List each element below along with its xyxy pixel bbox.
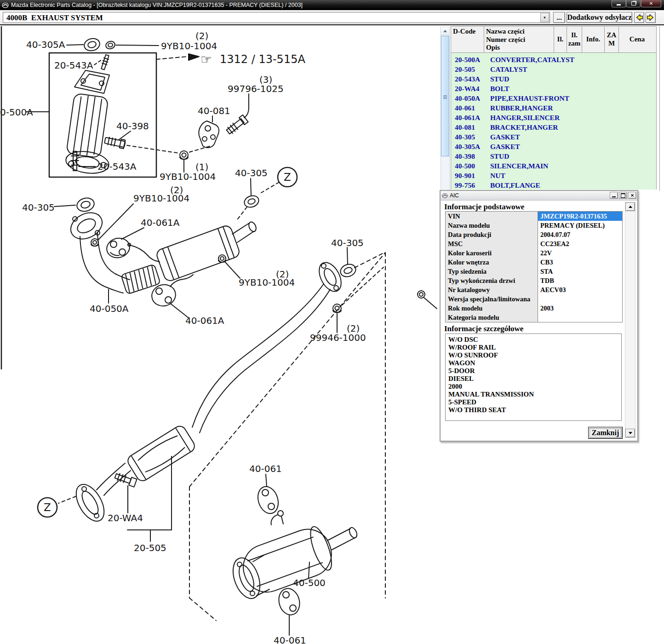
part-code: 40-398 xyxy=(451,152,490,161)
info-label: Typ siedzenia xyxy=(446,267,538,276)
diagram-label[interactable]: (2) xyxy=(195,30,208,41)
diagram-label[interactable]: 9YB10-1004 xyxy=(161,40,217,52)
info-row[interactable]: Rok modelu2003 xyxy=(446,304,622,313)
diagram-label[interactable]: 40-305 xyxy=(235,167,268,178)
info-row[interactable]: Nr katalogowyAECV03 xyxy=(446,285,622,294)
dialog-scroll-down-button[interactable] xyxy=(625,429,635,437)
diagram-label[interactable]: ☞ xyxy=(200,52,212,67)
close-button[interactable]: ✕ xyxy=(641,0,661,7)
zamknij-close-button[interactable]: Zamknij xyxy=(588,427,623,439)
diagram-label[interactable]: 40-305 xyxy=(22,202,55,213)
table-row[interactable]: 40-061RUBBER,HANGER xyxy=(451,103,656,113)
scrollbar-thumb[interactable] xyxy=(441,36,449,156)
arrow-left-icon xyxy=(635,12,644,23)
table-row[interactable]: 20-500ACONVERTER,CATALYST xyxy=(451,55,656,64)
diagram-label[interactable]: 40-305 xyxy=(331,237,364,248)
info-row[interactable]: VINJMZCP19R2-01371635 xyxy=(446,212,622,221)
table-row[interactable]: 90-901NUT xyxy=(451,171,656,180)
column-header: ZA M xyxy=(605,27,619,52)
info-label: VIN xyxy=(446,212,538,221)
diagram-label[interactable]: 20-543A xyxy=(54,60,93,71)
triangle-up-icon xyxy=(629,206,632,208)
info-row[interactable]: Typ siedzeniaSTA xyxy=(446,267,622,276)
table-row[interactable]: 99-756BOLT,FLANGE xyxy=(451,180,656,190)
part-name: RUBBER,HANGER xyxy=(490,104,656,112)
info-row[interactable]: Data produkcji2004.07.07 xyxy=(446,230,622,239)
diagram-label[interactable]: 40-081 xyxy=(198,105,230,116)
parts-scrollbar[interactable] xyxy=(441,27,450,190)
info-value: STA xyxy=(538,267,622,276)
diagram-label[interactable]: 40-061A xyxy=(141,217,180,228)
info-row[interactable]: Kolor karoserii22V xyxy=(446,248,622,258)
minimize-icon xyxy=(612,196,616,197)
diagram-label[interactable]: 20-WA4 xyxy=(108,512,143,523)
dialog-minimize-button[interactable] xyxy=(610,192,618,199)
info-row[interactable]: Nazwa modeluPREMACY (DIESEL) xyxy=(446,221,622,230)
dialog-scrollbar[interactable] xyxy=(625,202,635,438)
table-row[interactable]: 20-505CATALYST xyxy=(451,64,656,74)
restore-button[interactable] xyxy=(626,0,641,7)
detail-line: MANUAL TRANSMISSION xyxy=(448,391,621,398)
diagram-label[interactable]: 40-305A xyxy=(26,39,65,50)
diagram-label[interactable]: 40-050A xyxy=(90,303,129,314)
table-row[interactable]: 20-WA4BOLT xyxy=(451,84,656,93)
scroll-up-button[interactable] xyxy=(441,27,449,35)
diagram-label[interactable]: 99796-1025 xyxy=(228,83,284,94)
info-row[interactable]: Typ wykończenia drzwiTDB xyxy=(446,276,622,285)
back-button[interactable] xyxy=(634,12,644,23)
info-value: CB3 xyxy=(538,258,622,267)
dialog-close-button[interactable]: ✕ xyxy=(628,192,636,199)
parts-table-body: 20-500ACONVERTER,CATALYST20-505CATALYST2… xyxy=(451,53,657,190)
part-code: 40-500 xyxy=(451,162,490,170)
toolbar: 4000B EXHAUST SYSTEM ▼ ... Dodatkowy ods… xyxy=(0,10,664,25)
thumb-grip-icon xyxy=(443,95,447,96)
part-name: HANGER,SILENCER xyxy=(490,114,656,122)
basic-info-heading: Informacje podstawowe xyxy=(444,202,524,212)
diagram-label[interactable]: 20-543A xyxy=(97,161,137,172)
part-code: 40-061 xyxy=(451,104,490,112)
forward-button[interactable] xyxy=(646,12,656,23)
minimize-button[interactable] xyxy=(612,0,626,7)
diagram-label[interactable]: 0-500A xyxy=(0,107,33,118)
table-row[interactable]: 40-061AHANGER,SILENCER xyxy=(451,113,656,122)
info-row[interactable]: Wersja specjalna/limitowana xyxy=(446,294,622,304)
part-name: BOLT xyxy=(490,85,656,93)
diagram-label[interactable]: 1312 / 13-515A xyxy=(220,53,305,66)
part-name: STUD xyxy=(490,75,656,83)
diagram-label[interactable]: 9YB10-1004 xyxy=(160,171,216,182)
info-label: Kategoria modelu xyxy=(446,313,538,322)
info-label: Nazwa modelu xyxy=(446,221,538,230)
diagram-label[interactable]: 40-061A xyxy=(185,315,224,326)
table-row[interactable]: 40-081BRACKET,HANGER xyxy=(451,122,656,132)
diagram-label[interactable]: 20-505 xyxy=(134,542,166,553)
diagram-label[interactable]: 9YB10-1004 xyxy=(133,193,189,204)
close-icon: ✕ xyxy=(649,1,653,6)
detail-line: DIESEL xyxy=(448,375,621,383)
dialog-scroll-up-button[interactable] xyxy=(625,202,635,211)
dialog-maximize-button[interactable] xyxy=(619,192,627,199)
table-row[interactable]: 40-305GASKET xyxy=(451,132,656,142)
diagram-label[interactable]: 40-500 xyxy=(293,577,326,588)
additional-reference-button[interactable]: Dodatkowy odsyłacz xyxy=(567,12,632,23)
diagram-label[interactable]: 40-061 xyxy=(249,463,282,474)
diagram-label[interactable]: 9YB10-1004 xyxy=(239,277,295,288)
table-row[interactable]: 40-500SILENCER,MAIN xyxy=(451,161,656,171)
diagram-label[interactable]: 40-061 xyxy=(274,635,306,644)
info-label: Nr katalogowy xyxy=(446,285,538,294)
info-row[interactable]: MSCCC23EA2 xyxy=(446,239,622,248)
table-row[interactable]: 40-305AGASKET xyxy=(451,142,656,151)
table-row[interactable]: 20-543ASTUD xyxy=(451,74,656,84)
info-value: 22V xyxy=(538,248,622,258)
detail-line: 2000 xyxy=(448,383,621,391)
table-row[interactable]: 40-050APIPE,EXHAUST-FRONT xyxy=(451,93,656,103)
combobox-dropdown-button[interactable]: ▼ xyxy=(540,13,549,22)
info-row[interactable]: Kolor wnętrzaCB3 xyxy=(446,258,622,267)
section-combobox[interactable]: 4000B EXHAUST SYSTEM ▼ xyxy=(3,12,550,23)
diagram-label[interactable]: 40-398 xyxy=(116,121,149,132)
diagram-label[interactable]: 99946-1000 xyxy=(310,332,366,343)
table-row[interactable]: 40-398STUD xyxy=(451,151,656,161)
info-label: Rok modelu xyxy=(446,304,538,313)
info-row[interactable]: Kategoria modelu xyxy=(446,313,622,322)
more-button[interactable]: ... xyxy=(553,12,565,23)
z-marker-label: Z xyxy=(284,171,291,183)
